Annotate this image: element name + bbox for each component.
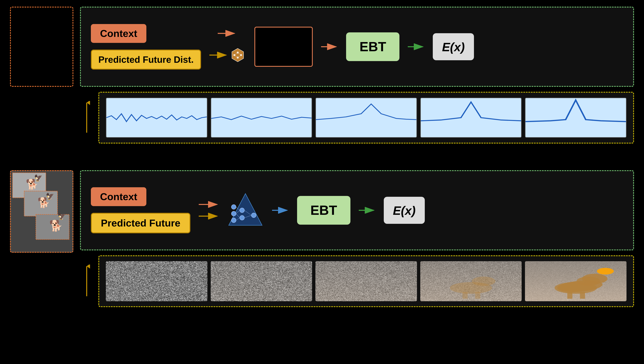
- noise-canvas-3: [316, 261, 417, 301]
- bottom-arrows-to-nn: [199, 201, 219, 220]
- svg-rect-20: [211, 98, 312, 137]
- top-black-encoder-box: [254, 27, 313, 67]
- top-context-box: Context: [91, 24, 146, 43]
- bottom-pred-future-box: Predicted Future: [91, 213, 190, 233]
- bottom-up-arrow: [83, 265, 90, 298]
- bottom-right-panel: Context Predicted Future: [80, 170, 634, 307]
- svg-text:🐕: 🐕: [49, 219, 63, 232]
- top-up-arrow-container: [80, 92, 93, 143]
- noise-canvas-4: [420, 261, 522, 301]
- top-up-arrow: [83, 101, 90, 134]
- svg-rect-23: [526, 98, 626, 137]
- top-main-flow-panel: Context Predicted Future Dist.: [80, 7, 634, 87]
- top-chart-5: [525, 98, 626, 138]
- bottom-input-blocks: Context Predicted Future: [91, 187, 190, 233]
- bottom-frame-1: [106, 261, 208, 301]
- svg-rect-19: [106, 98, 207, 137]
- top-yellow-arrow-horiz: [210, 52, 230, 58]
- bottom-nn-to-ebt-arrow: [272, 207, 289, 214]
- bottom-frames-panel: [98, 255, 634, 307]
- svg-text:🦅: 🦅: [58, 212, 66, 220]
- top-context-arrow: [218, 30, 238, 37]
- noise-canvas-2: [211, 261, 312, 301]
- bottom-ebt-box: EBT: [297, 196, 350, 225]
- top-pred-future-dist-box: Predicted Future Dist.: [91, 50, 201, 70]
- top-chart-4: [420, 98, 522, 138]
- bottom-neural-net-icon: [227, 192, 264, 229]
- bottom-frame-5: [525, 261, 626, 301]
- svg-point-41: [240, 216, 244, 220]
- top-ex-box: E(x): [433, 33, 474, 60]
- bottom-up-arrow-container: [80, 255, 93, 307]
- top-input-blocks: Context Predicted Future Dist.: [91, 24, 201, 70]
- bottom-section: 🐕 🐕 🐕 🦅 🦅 🦅 Context Predicted Future: [10, 170, 634, 320]
- noise-canvas-5: [525, 261, 626, 301]
- svg-point-40: [232, 205, 236, 209]
- svg-rect-22: [421, 98, 521, 137]
- top-chart-2: [211, 98, 312, 138]
- top-right-panel: Context Predicted Future Dist.: [80, 7, 634, 143]
- bottom-frame-2: [211, 261, 312, 301]
- svg-point-42: [240, 208, 244, 213]
- top-ebt-box: EBT: [346, 32, 400, 61]
- bottom-context-arrow: [199, 201, 219, 208]
- bottom-context-box: Context: [91, 187, 146, 206]
- top-chart-3: [316, 98, 417, 138]
- bottom-pred-future-arrow: [199, 213, 219, 220]
- bottom-ex-label: E(x): [393, 204, 416, 217]
- bottom-ebt-to-ex-arrow: [359, 207, 376, 214]
- top-charts-section: [80, 92, 634, 143]
- svg-rect-21: [316, 98, 416, 137]
- bottom-left-image-box: 🐕 🐕 🐕 🦅 🦅 🦅: [10, 170, 73, 253]
- top-chart-1: [106, 98, 208, 138]
- top-ex-label: E(x): [442, 40, 464, 54]
- svg-point-38: [232, 218, 236, 223]
- top-ebt-to-ex-arrow: [408, 43, 424, 50]
- top-arrows-merge: [210, 30, 246, 63]
- svg-point-39: [232, 211, 236, 216]
- bottom-frame-4: [420, 261, 522, 301]
- bottom-main-flow-panel: Context Predicted Future: [80, 170, 634, 250]
- svg-point-43: [252, 213, 256, 218]
- noise-canvas-1: [106, 261, 208, 301]
- top-left-input-box: [10, 7, 73, 87]
- dog-staircase-svg: 🐕 🐕 🐕 🦅 🦅 🦅: [11, 171, 73, 251]
- top-section: Context Predicted Future Dist.: [10, 7, 634, 157]
- top-charts-panel: [98, 92, 634, 143]
- main-container: Context Predicted Future Dist.: [0, 0, 644, 364]
- svg-text:🦅: 🦅: [34, 174, 42, 182]
- bottom-ex-box: E(x): [384, 197, 425, 224]
- top-merge-node: [230, 47, 246, 63]
- bottom-frames-section: [80, 255, 634, 307]
- svg-text:🦅: 🦅: [46, 192, 54, 200]
- bottom-frame-3: [316, 261, 417, 301]
- top-encoder-to-ebt-arrow: [321, 43, 338, 50]
